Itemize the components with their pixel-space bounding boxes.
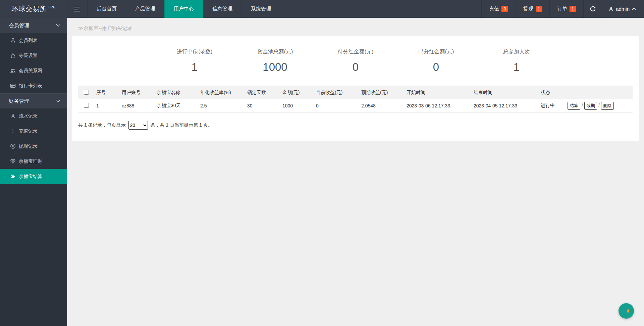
nav-item-user-center[interactable]: 用户中心 bbox=[164, 0, 203, 18]
pagination: 共 1 条记录，每页显示 20 条，共 1 页当前显示第 1 页。 bbox=[78, 121, 639, 130]
topbar-right: 充值 0 提现 1 订单 1 admin bbox=[481, 0, 644, 18]
sidebar-item-level-settings[interactable]: 等级设置 bbox=[0, 48, 67, 63]
sidebar-item-yuebao-finance[interactable]: 余额宝理财 bbox=[0, 154, 67, 169]
delete-button[interactable]: 删除 bbox=[601, 102, 614, 110]
star-icon bbox=[10, 53, 16, 58]
select-all-checkbox[interactable] bbox=[84, 90, 89, 95]
topbar-spacer bbox=[280, 0, 481, 18]
sidebar-item-bank-cards[interactable]: 银行卡列表 bbox=[0, 78, 67, 93]
stat-value: 0 bbox=[396, 61, 476, 74]
chevron-down-icon bbox=[56, 99, 60, 102]
col-header-account: 用户账号 bbox=[120, 86, 155, 99]
stat-total-participants: 总参加人次 1 bbox=[476, 48, 557, 74]
refresh-button[interactable] bbox=[583, 0, 602, 18]
cell-actions: 结算/续期/删除 bbox=[566, 99, 633, 113]
col-header-status: 状态 bbox=[539, 86, 566, 99]
breadcrumb: ≫余额宝--用户购买记录 bbox=[78, 25, 644, 32]
sound-toggle-button[interactable] bbox=[619, 303, 634, 319]
stats-row: 进行中(记录数) 1 资金池总额(元) 1000 待分红金额(元) 0 已分红金… bbox=[154, 36, 557, 74]
cell-status: 进行中 bbox=[539, 99, 566, 113]
recharge-link[interactable]: 充值 0 bbox=[481, 0, 515, 18]
sidebar-item-label: 提现记录 bbox=[19, 143, 38, 149]
stat-value: 1 bbox=[476, 61, 557, 74]
sidebar-item-withdraw-records[interactable]: 提现记录 bbox=[0, 139, 67, 154]
sidebar-item-label: 银行卡列表 bbox=[19, 83, 42, 89]
sidebar-item-label: 余额宝结算 bbox=[19, 174, 42, 180]
withdraw-link[interactable]: 提现 1 bbox=[516, 0, 549, 18]
pagination-text-before: 共 1 条记录，每页显示 bbox=[78, 122, 126, 128]
sidebar-item-label: 流水记录 bbox=[19, 113, 38, 119]
speaker-icon bbox=[622, 307, 631, 315]
withdraw-label: 提现 bbox=[523, 6, 533, 12]
recharge-label: 充值 bbox=[489, 6, 499, 12]
bank-card-icon bbox=[10, 83, 16, 89]
table-header-row: 序号 用户账号 余额宝名称 年化收益率(%) 锁定天数 金额(元) 当前收益(元… bbox=[78, 86, 633, 99]
sidebar-group-label: 财务管理 bbox=[9, 98, 29, 104]
cell-lock-days: 30 bbox=[245, 99, 280, 113]
stat-value: 0 bbox=[315, 61, 396, 74]
cell-expected-profit: 2.0548 bbox=[359, 99, 405, 113]
table-row: 1 cz888 余额宝30天 2.5 30 1000 0 2.0548 2023… bbox=[78, 99, 633, 113]
recharge-count-badge: 0 bbox=[501, 6, 508, 12]
content-card: 进行中(记录数) 1 资金池总额(元) 1000 待分红金额(元) 0 已分红金… bbox=[72, 36, 639, 141]
chevron-down-icon bbox=[56, 24, 60, 27]
stat-value: 1000 bbox=[235, 61, 315, 74]
cell-product-name: 余额宝30天 bbox=[155, 99, 198, 113]
nav-item-system[interactable]: 系统管理 bbox=[241, 0, 280, 18]
sidebar-item-label: 充值记录 bbox=[19, 128, 38, 134]
stat-label: 进行中(记录数) bbox=[154, 48, 235, 55]
col-header-expected-profit: 预期收益(元) bbox=[359, 86, 405, 99]
app-logo-text: 环球交易所 bbox=[11, 4, 47, 13]
renew-button[interactable]: 续期 bbox=[584, 102, 597, 110]
app-logo-version: TP6 bbox=[48, 5, 55, 9]
stat-label: 总参加人次 bbox=[476, 48, 557, 55]
sidebar-item-member-list[interactable]: 会员列表 bbox=[0, 33, 67, 48]
yen-circle-icon bbox=[10, 143, 16, 149]
sidebar-group-members[interactable]: 会员管理 bbox=[0, 18, 67, 33]
col-header-index: 序号 bbox=[94, 86, 120, 99]
sidebar-item-yuebao-settlement[interactable]: 余额宝结算 bbox=[0, 169, 67, 184]
nav-item-products[interactable]: 产品管理 bbox=[126, 0, 164, 18]
per-page-select[interactable]: 20 bbox=[128, 121, 148, 130]
sidebar-item-label: 会员列表 bbox=[19, 38, 38, 44]
sidebar-item-member-network[interactable]: 会员关系网 bbox=[0, 63, 67, 78]
col-header-start-time: 开始时间 bbox=[405, 86, 472, 99]
list-icon bbox=[10, 174, 16, 179]
withdraw-count-badge: 1 bbox=[536, 6, 542, 12]
col-header-end-time: 结束时间 bbox=[472, 86, 539, 99]
cell-index: 1 bbox=[94, 99, 120, 113]
col-header-product-name: 余额宝名称 bbox=[155, 86, 198, 99]
action-separator: / bbox=[582, 103, 583, 108]
user-menu[interactable]: admin bbox=[602, 0, 644, 18]
sidebar: 会员管理 会员列表 等级设置 会员关系网 银行卡列表 bbox=[0, 18, 67, 326]
stat-pending-dividend: 待分红金额(元) 0 bbox=[315, 48, 396, 74]
settle-button[interactable]: 结算 bbox=[568, 102, 580, 110]
row-checkbox[interactable] bbox=[84, 103, 89, 108]
stat-label: 资金池总额(元) bbox=[235, 48, 315, 55]
cell-current-profit: 0 bbox=[314, 99, 359, 113]
sidebar-item-label: 等级设置 bbox=[19, 53, 38, 59]
refresh-icon bbox=[590, 6, 596, 12]
records-table: 序号 用户账号 余额宝名称 年化收益率(%) 锁定天数 金额(元) 当前收益(元… bbox=[78, 86, 633, 113]
nav-item-dashboard[interactable]: 后台首页 bbox=[87, 0, 126, 18]
action-separator: / bbox=[598, 103, 600, 108]
order-label: 订单 bbox=[557, 6, 567, 12]
col-header-lock-days: 锁定天数 bbox=[245, 86, 280, 99]
stat-label: 待分红金额(元) bbox=[315, 48, 396, 55]
nav-item-information[interactable]: 信息管理 bbox=[203, 0, 241, 18]
order-link[interactable]: 订单 1 bbox=[549, 0, 583, 18]
stat-pool-total: 资金池总额(元) 1000 bbox=[235, 48, 315, 74]
sidebar-item-recharge-records[interactable]: 充值记录 bbox=[0, 124, 67, 139]
main-content: ≫余额宝--用户购买记录 进行中(记录数) 1 资金池总额(元) 1000 待分… bbox=[67, 18, 644, 141]
user-icon bbox=[608, 6, 613, 11]
cell-annual-rate: 2.5 bbox=[198, 99, 245, 113]
users-icon bbox=[10, 68, 16, 74]
sidebar-group-finance[interactable]: 财务管理 bbox=[0, 93, 67, 108]
order-count-badge: 1 bbox=[570, 6, 576, 12]
col-header-amount: 金额(元) bbox=[280, 86, 314, 99]
sidebar-toggle-button[interactable] bbox=[67, 0, 87, 18]
stat-in-progress: 进行中(记录数) 1 bbox=[154, 48, 235, 74]
sidebar-item-flow-records[interactable]: 流水记录 bbox=[0, 108, 67, 124]
cell-account: cz888 bbox=[120, 99, 155, 113]
user-icon bbox=[10, 38, 16, 43]
